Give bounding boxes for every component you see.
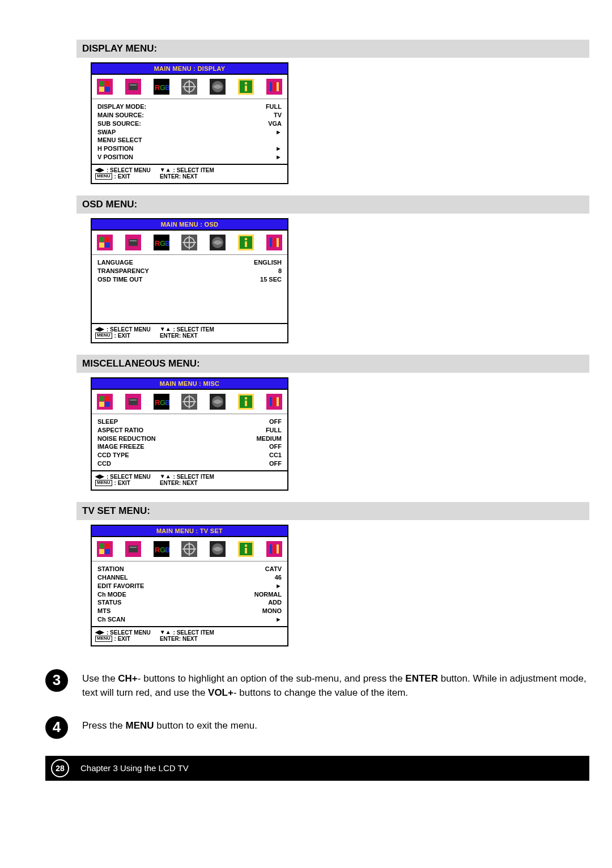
menu-chip: MENU (95, 173, 112, 180)
setting-row: MAIN SOURCE:TV (97, 111, 282, 120)
info-icon (237, 393, 254, 410)
page-number-badge: 28 (51, 759, 69, 777)
step-3: 3 Use the CH+- buttons to highlight an o… (45, 669, 589, 700)
svg-rect-51 (277, 238, 279, 247)
setting-value: 46 (236, 573, 282, 582)
menu-hints: ◀▶: SELECT MENU ▼▲: SELECT ITEM MENU: EX… (92, 626, 287, 645)
menu-box-misc: MAIN MENU : MISC RGB SLEEPOFF ASPECT RAT… (91, 377, 288, 491)
hint-enter-next: ENTER: NEXT (160, 333, 198, 339)
svg-rect-53 (99, 396, 104, 401)
target-icon (181, 234, 198, 251)
menu-box-tvset: MAIN MENU : TV SET RGB STATIONCATV CHANN… (91, 525, 288, 646)
setting-row: CCDOFF (97, 459, 282, 468)
section-title-osd: OSD MENU: (76, 195, 589, 214)
setting-row: Ch SCAN► (97, 615, 282, 624)
hint-exit: : EXIT (114, 636, 130, 642)
svg-rect-75 (270, 397, 272, 406)
setting-row: DISPLAY MODE:FULL (97, 103, 282, 111)
settings-list-display: DISPLAY MODE:FULL MAIN SOURCE:TV SUB SOU… (92, 99, 287, 164)
svg-rect-2 (105, 81, 110, 86)
setting-value: CATV (236, 565, 282, 573)
bars-icon (266, 78, 283, 95)
globe-icon (209, 234, 226, 251)
setting-value: ADD (236, 598, 282, 607)
setting-label: STATUS (97, 598, 236, 607)
down-up-arrow-icon: ▼▲ (160, 167, 171, 173)
svg-rect-59 (130, 399, 137, 401)
setting-value: ► (236, 582, 282, 590)
setting-label: Ch MODE (97, 590, 236, 599)
setting-value: OFF (236, 418, 282, 426)
menu-chip: MENU (95, 480, 112, 486)
hint-select-item: : SELECT ITEM (173, 474, 214, 480)
svg-rect-99 (245, 548, 247, 554)
setting-row: STATIONCATV (97, 565, 282, 573)
setting-label: CCD (97, 459, 236, 468)
setting-row: LANGUAGEENGLISH (97, 258, 282, 267)
svg-rect-77 (277, 397, 279, 406)
svg-rect-102 (273, 544, 275, 554)
setting-label: CCD TYPE (97, 451, 236, 459)
setting-label: SLEEP (97, 418, 236, 426)
setting-row: TRANSPARENCY8 (97, 267, 282, 275)
hint-exit: : EXIT (114, 173, 130, 180)
rgb-icon: RGB (153, 234, 170, 251)
setting-label: IMAGE FREEZE (97, 442, 236, 451)
setting-label: NOISE REDUCTION (97, 435, 236, 443)
globe-icon (209, 541, 226, 558)
setting-row: V POSITION► (97, 153, 282, 161)
svg-rect-58 (129, 398, 138, 405)
svg-rect-81 (99, 549, 104, 554)
menu-icon-row: RGB (92, 231, 287, 255)
setting-value: VGA (236, 120, 282, 128)
svg-rect-29 (99, 242, 104, 248)
setting-row: MTSMONO (97, 607, 282, 615)
svg-text:B: B (165, 546, 169, 554)
setting-value: OFF (236, 459, 282, 468)
svg-rect-7 (130, 84, 137, 86)
svg-rect-3 (99, 87, 104, 92)
info-icon (237, 78, 254, 95)
svg-rect-30 (105, 242, 110, 248)
footer-chapter: Chapter 3 Using the LCD TV (80, 763, 189, 773)
left-right-arrow-icon: ◀▶ (95, 167, 104, 173)
svg-rect-72 (245, 397, 247, 399)
menu-hints: ◀▶: SELECT MENU ▼▲: SELECT ITEM MENU: EX… (92, 164, 287, 183)
audio-icon (125, 541, 142, 558)
setting-value: 15 SEC (236, 275, 282, 284)
setting-value: ► (236, 144, 282, 153)
setting-label: LANGUAGE (97, 258, 236, 267)
target-icon (181, 393, 198, 410)
svg-rect-33 (130, 240, 137, 241)
svg-rect-98 (245, 544, 247, 547)
section-title-tvset: TV SET MENU: (76, 502, 589, 520)
hint-enter-next: ENTER: NEXT (160, 480, 198, 486)
svg-rect-47 (245, 241, 247, 247)
setting-label: V POSITION (97, 153, 236, 161)
audio-icon (125, 78, 142, 95)
hint-select-item: : SELECT ITEM (173, 629, 214, 636)
setting-value: ENGLISH (236, 258, 282, 267)
setting-label: SUB SOURCE: (97, 120, 236, 128)
setting-label: MENU SELECT (97, 136, 236, 144)
menu-hints: ◀▶: SELECT MENU ▼▲: SELECT ITEM MENU: EX… (92, 470, 287, 490)
svg-rect-28 (105, 237, 110, 242)
svg-rect-49 (270, 238, 272, 247)
globe-icon (209, 393, 226, 410)
settings-list-misc: SLEEPOFF ASPECT RATIOFULL NOISE REDUCTIO… (92, 414, 287, 470)
palette-icon (96, 393, 113, 410)
setting-label: OSD TIME OUT (97, 275, 236, 284)
hint-select-menu: : SELECT MENU (107, 474, 151, 480)
svg-rect-6 (129, 83, 138, 90)
svg-rect-54 (105, 396, 110, 401)
setting-label: DISPLAY MODE: (97, 103, 236, 111)
svg-rect-32 (129, 239, 138, 246)
palette-icon (96, 78, 113, 95)
setting-value: 8 (236, 267, 282, 275)
svg-rect-82 (105, 549, 110, 554)
menu-header-osd: MAIN MENU : OSD (92, 219, 287, 231)
setting-label: MAIN SOURCE: (97, 111, 236, 120)
hint-select-menu: : SELECT MENU (107, 167, 151, 173)
svg-rect-84 (129, 546, 138, 552)
step-text: Press the MENU button to exit the menu. (82, 716, 589, 733)
